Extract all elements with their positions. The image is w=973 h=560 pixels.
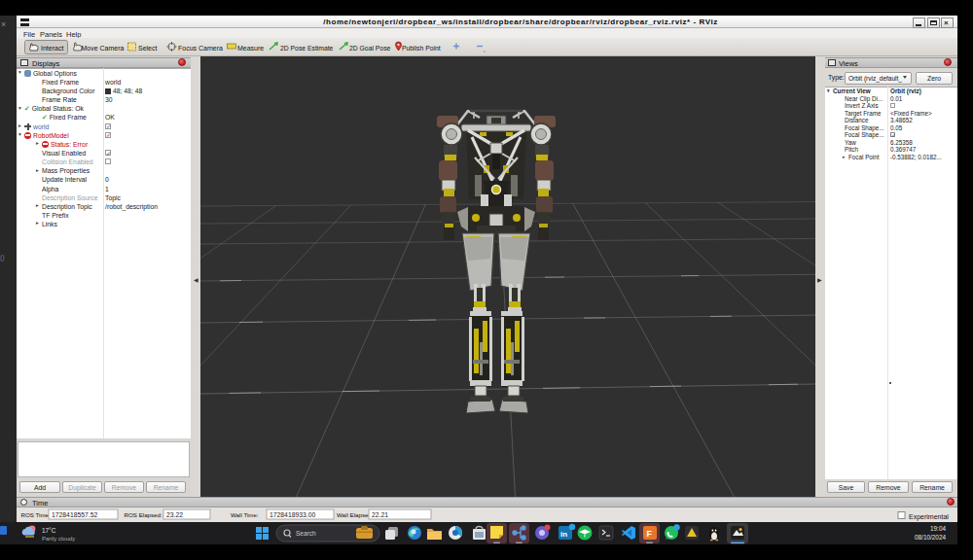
svg-text:Measure: Measure bbox=[237, 45, 264, 52]
svg-text:in: in bbox=[560, 530, 567, 539]
svg-text:F: F bbox=[647, 529, 653, 539]
svg-text:ROS Elapsed:: ROS Elapsed: bbox=[125, 511, 162, 518]
svg-text:22.21: 22.21 bbox=[372, 511, 388, 518]
svg-text:1728418557.52: 1728418557.52 bbox=[52, 511, 97, 518]
svg-text:1728418933.00: 1728418933.00 bbox=[270, 511, 315, 518]
svg-text:Move Camera: Move Camera bbox=[82, 45, 125, 52]
svg-text:2D Goal Pose: 2D Goal Pose bbox=[349, 45, 391, 52]
svg-text:23.22: 23.22 bbox=[166, 511, 183, 518]
svg-text:Interact: Interact bbox=[41, 45, 63, 52]
svg-text:2D Pose Estimate: 2D Pose Estimate bbox=[280, 45, 334, 52]
svg-text:17°C: 17°C bbox=[42, 527, 56, 534]
svg-text:ROS Time:: ROS Time: bbox=[21, 511, 52, 518]
svg-text:Wall Time:: Wall Time: bbox=[231, 511, 259, 518]
svg-text:Partly cloudy: Partly cloudy bbox=[42, 536, 75, 542]
svg-text:Search: Search bbox=[296, 530, 316, 537]
svg-text:Select: Select bbox=[138, 45, 158, 52]
svg-text:Publish Point: Publish Point bbox=[402, 45, 441, 52]
svg-text:Focus Camera: Focus Camera bbox=[178, 45, 223, 52]
svg-text:Experimental: Experimental bbox=[909, 513, 949, 521]
svg-text:Wall Elapsed:: Wall Elapsed: bbox=[337, 511, 374, 518]
